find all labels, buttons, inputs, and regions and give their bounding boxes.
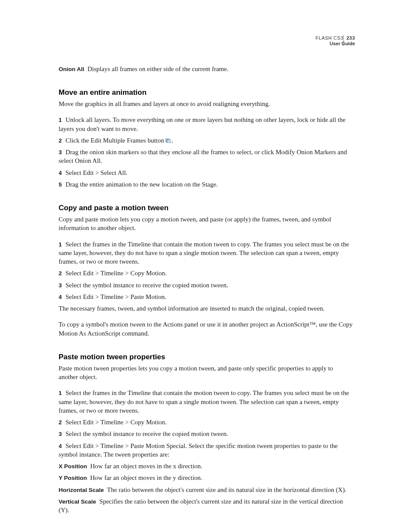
step-number: 1	[59, 241, 65, 249]
page-header: FLASH CS3 233 User Guide	[316, 35, 355, 47]
section2-step4: 4Select Edit > Timeline > Paste Motion.	[59, 292, 354, 301]
page: FLASH CS3 233 User Guide Onion All Displ…	[0, 0, 411, 532]
product-name: FLASH CS3	[316, 35, 343, 40]
section1-lead: Move the graphics in all frames and laye…	[59, 100, 354, 108]
prop-y-position: Y Position How far an object moves in th…	[59, 473, 354, 482]
section2-step1: 1Select the frames in the Timeline that …	[59, 240, 354, 266]
step-number: 2	[59, 137, 65, 145]
section2-lead: Copy and paste motion lets you copy a mo…	[59, 215, 354, 233]
svg-rect-1	[167, 140, 171, 143]
step-number: 1	[59, 389, 65, 397]
onion-all-text: Displays all frames on either side of th…	[87, 65, 228, 72]
step-number: 3	[59, 282, 65, 289]
section-copy-paste-title: Copy and paste a motion tween	[59, 203, 354, 213]
section1-step1: 1Unlock all layers. To move everything o…	[59, 115, 354, 133]
prop-vertical-scale: Vertical Scale Specifies the ratio betwe…	[59, 497, 354, 515]
section-paste-properties-title: Paste motion tween properties	[59, 352, 354, 362]
section3-step3: 3Select the symbol instance to receive t…	[59, 429, 354, 438]
section2-after1: The necessary frames, tween, and symbol …	[59, 304, 354, 313]
section2-step3: 3Select the symbol instance to receive t…	[59, 281, 354, 289]
header-subtitle: User Guide	[316, 41, 355, 47]
section1-step2: 2Click the Edit Multiple Frames button .	[59, 136, 354, 145]
section-move-animation-title: Move an entire animation	[59, 88, 354, 98]
vertical-scale-label: Vertical Scale	[59, 498, 96, 505]
section3-lead: Paste motion tween properties lets you c…	[59, 364, 354, 382]
step-number: 2	[59, 270, 65, 277]
step-number: 3	[59, 430, 65, 438]
y-position-label: Y Position	[59, 475, 87, 481]
content-body: Onion All Displays all frames on either …	[59, 65, 354, 514]
step-number: 4	[59, 442, 65, 450]
page-number: 233	[346, 35, 355, 40]
step-number: 1	[59, 116, 65, 124]
section3-step2: 2Select Edit > Timeline > Copy Motion.	[59, 418, 354, 426]
section2-step2: 2Select Edit > Timeline > Copy Motion.	[59, 269, 354, 277]
onion-all-label: Onion All	[59, 66, 84, 72]
prop-x-position: X Position How far an object moves in th…	[59, 462, 354, 470]
x-position-label: X Position	[59, 463, 87, 470]
section3-step1: 1Select the frames in the Timeline that …	[59, 389, 354, 415]
section1-step5: 5Drag the entire animation to the new lo…	[59, 180, 354, 189]
onion-all-paragraph: Onion All Displays all frames on either …	[59, 65, 354, 73]
section1-step4: 4Select Edit > Select All.	[59, 168, 354, 177]
section1-step3: 3Drag the onion skin markers so that the…	[59, 148, 354, 165]
step-number: 4	[59, 293, 65, 301]
step-number: 4	[59, 169, 65, 177]
horizontal-scale-label: Horizontal Scale	[59, 487, 104, 493]
section2-after2: To copy a symbol's motion tween to the A…	[59, 320, 354, 338]
edit-multiple-frames-icon	[165, 138, 171, 143]
step-number: 3	[59, 149, 65, 156]
prop-horizontal-scale: Horizontal Scale The ratio between the o…	[59, 485, 354, 494]
section3-step4: 4Select Edit > Timeline > Paste Motion S…	[59, 442, 354, 459]
step-number: 5	[59, 181, 65, 189]
step-number: 2	[59, 419, 65, 426]
